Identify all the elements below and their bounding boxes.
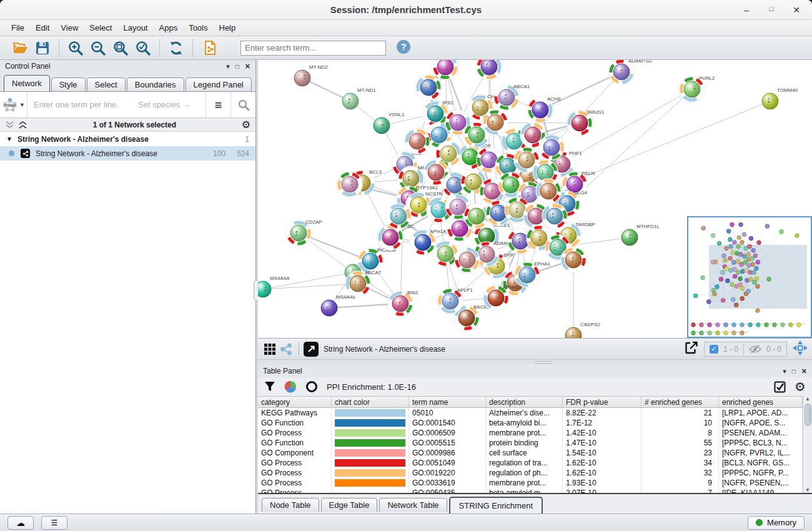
close-button[interactable]: ✕ (792, 5, 801, 15)
column-header-term-name[interactable]: term name (409, 397, 486, 407)
menu-layout[interactable]: Layout (118, 21, 152, 34)
set-species-hint[interactable]: Set species → (138, 100, 199, 109)
zoom-fit-button[interactable] (111, 39, 130, 57)
automation-cloud-button[interactable]: ☁ (7, 516, 34, 530)
chart-color-cell (332, 408, 409, 418)
column-header-category[interactable]: category (258, 397, 332, 407)
table-row[interactable]: GO ProcessGO:0006509membrane prot...1.42… (258, 428, 812, 438)
table-row[interactable]: GO FunctionGO:0001540beta-amyloid bi...1… (258, 418, 812, 428)
svg-text:CADPS2: CADPS2 (580, 322, 601, 327)
open-session-button[interactable] (11, 39, 29, 57)
string-options-button[interactable]: ≡ (205, 92, 230, 117)
table-row[interactable]: GO ProcessGO:0050435beta-amyloid m...2.0… (258, 488, 812, 493)
svg-text:NCSTN: NCSTN (425, 191, 443, 197)
selected-checkbox-icon: ✓ (710, 345, 718, 354)
task-list-button[interactable]: ☰ (41, 516, 67, 530)
horizontal-splitter[interactable] (258, 359, 812, 365)
zoom-in-button[interactable] (66, 39, 85, 57)
scrollbar-thumb[interactable] (805, 404, 811, 426)
network-tree: ▼ String Network - Alzheimer's disease 1… (0, 132, 255, 514)
string-query-input[interactable]: Enter one term per line. Set species → (27, 100, 205, 109)
scroll-up-icon[interactable]: ▲ (805, 396, 810, 402)
control-panel-title: Control Panel (5, 62, 226, 71)
svg-text:ACHE: ACHE (547, 96, 561, 102)
help-button[interactable]: ? (396, 39, 411, 57)
zoom-selected-button[interactable] (134, 39, 152, 57)
splitter-grip[interactable] (535, 361, 552, 364)
maximize-button[interactable]: □ (767, 5, 776, 15)
tab-edge-table[interactable]: Edge Table (321, 498, 378, 512)
gear-icon[interactable]: ⚙ (795, 380, 806, 393)
string-protein-query-selector[interactable]: STRING ▼ (0, 92, 27, 117)
menu-file[interactable]: File (6, 21, 29, 34)
table-cell: GO:0001540 (409, 418, 486, 428)
table-cell: GO:0033619 (409, 478, 486, 488)
menu-tools[interactable]: Tools (184, 21, 212, 34)
scroll-down-icon[interactable]: ▼ (805, 487, 810, 493)
filter-icon[interactable] (264, 381, 275, 392)
expand-all-icon[interactable] (18, 121, 27, 129)
grid-view-button[interactable] (262, 341, 278, 357)
search-input[interactable] (240, 41, 386, 56)
menu-select[interactable]: Select (84, 21, 117, 34)
collapse-all-icon[interactable] (5, 121, 14, 129)
table-cell: 21 (641, 408, 719, 418)
network-overview-inset[interactable] (687, 216, 812, 338)
menu-edit[interactable]: Edit (31, 21, 54, 34)
table-row[interactable]: GO ProcessGO:0033619membrane prot...1.93… (258, 478, 812, 488)
select-rows-checkbox-icon[interactable] (774, 381, 786, 393)
network-collection-row[interactable]: ▼ String Network - Alzheimer's disease 1 (0, 132, 255, 146)
pie-chart-icon[interactable] (284, 380, 297, 393)
restore-panel-icon[interactable]: □ (792, 368, 796, 375)
tab-boundaries[interactable]: Boundaries (127, 77, 184, 91)
float-panel-icon[interactable]: ▾ (226, 62, 230, 71)
column-header-description[interactable]: description (486, 397, 563, 407)
refresh-button[interactable] (167, 39, 186, 57)
export-network-button[interactable] (684, 340, 699, 358)
menu-apps[interactable]: Apps (154, 21, 183, 34)
birdseye-toggle-button[interactable] (792, 340, 808, 359)
zoom-out-button[interactable] (89, 39, 107, 57)
tab-select[interactable]: Select (87, 77, 126, 91)
float-panel-icon[interactable]: ▾ (783, 367, 786, 375)
network-row-selected[interactable]: String Network - Alzheimer's disease 100… (0, 146, 255, 161)
network-canvas[interactable]: MT-ND2MT-ND1VSNL1GAB2IRS1ADAMTS2PVRL2TOM… (258, 60, 812, 338)
gear-icon[interactable]: ⚙ (242, 120, 250, 130)
save-session-button[interactable] (33, 39, 52, 57)
column-header-enriched-genes[interactable]: # enriched genes (641, 397, 719, 407)
table-row[interactable]: GO ComponentGO:0009986cell surface1.54E-… (258, 448, 812, 458)
toolbar-separator (192, 39, 193, 57)
close-panel-icon[interactable]: ✕ (801, 367, 807, 375)
column-header-FDR-p-value[interactable]: FDR p-value (563, 397, 641, 407)
minimize-button[interactable]: – (742, 5, 751, 15)
cloud-icon: ☁ (16, 518, 25, 528)
table-row[interactable]: GO ProcessGO:0051049regulation of tra...… (258, 458, 812, 468)
restore-panel-icon[interactable]: □ (235, 63, 239, 70)
string-search-button[interactable] (230, 92, 255, 117)
table-row[interactable]: KEGG Pathways05010Alzheimer's dise...8.8… (258, 408, 812, 418)
table-row[interactable]: GO FunctionGO:0005515protein binding1.47… (258, 438, 812, 448)
table-cell: [IDE, KIAA1149... (719, 488, 803, 493)
table-cell: 1.42E-10 (563, 428, 641, 438)
collection-expander-icon[interactable]: ▼ (6, 136, 17, 142)
table-cell: [NGFR, PSENEN,... (719, 478, 803, 488)
memory-button[interactable]: Memory (748, 516, 805, 530)
tab-legend-panel[interactable]: Legend Panel (186, 77, 252, 91)
column-header-enriched-genes[interactable]: enriched genes (719, 397, 803, 407)
table-row[interactable]: GO ProcessGO:0019220regulation of ph...1… (258, 468, 812, 478)
tab-string-enrichment[interactable]: STRING Enrichment (449, 497, 543, 514)
table-scrollbar[interactable]: ▲ ▼ (803, 396, 812, 493)
menu-view[interactable]: View (56, 21, 83, 34)
network-from-file-button[interactable] (200, 39, 219, 57)
network-list-button[interactable] (278, 341, 294, 357)
string-query-placeholder: Enter one term per line. (34, 100, 119, 109)
column-header-chart-color[interactable]: chart color (332, 397, 409, 407)
tab-network-table[interactable]: Network Table (379, 498, 447, 512)
tab-node-table[interactable]: Node Table (262, 498, 319, 512)
tab-style[interactable]: Style (51, 77, 86, 91)
menu-help[interactable]: Help (214, 21, 241, 34)
tab-network[interactable]: Network (4, 75, 50, 91)
detach-view-button[interactable] (304, 342, 319, 357)
ring-chart-icon[interactable] (305, 380, 318, 393)
close-panel-icon[interactable]: ✕ (245, 62, 250, 71)
